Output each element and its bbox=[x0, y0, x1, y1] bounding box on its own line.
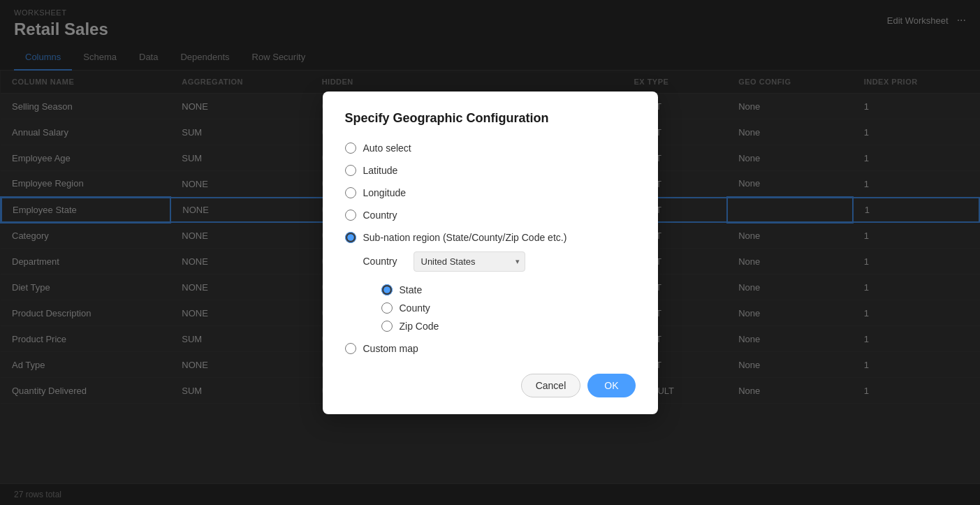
radio-zip-code[interactable] bbox=[381, 321, 393, 332]
option-latitude[interactable]: Latitude bbox=[345, 165, 636, 176]
country-row: Country United States Canada United King… bbox=[363, 251, 636, 272]
modal-title: Specify Geographic Configuration bbox=[345, 111, 636, 126]
option-country[interactable]: Country bbox=[345, 210, 636, 221]
country-label: Country bbox=[363, 256, 405, 267]
geo-config-modal: Specify Geographic Configuration Auto se… bbox=[323, 92, 658, 414]
label-longitude: Longitude bbox=[363, 187, 407, 198]
radio-country[interactable] bbox=[345, 210, 356, 221]
subnation-section: Country United States Canada United King… bbox=[363, 251, 636, 332]
radio-subnation[interactable] bbox=[345, 232, 356, 243]
country-select-wrapper: United States Canada United Kingdom Aust… bbox=[414, 251, 525, 272]
modal-footer: Cancel OK bbox=[345, 374, 636, 397]
subnation-radios: State County Zip Code bbox=[381, 284, 636, 332]
option-auto-select[interactable]: Auto select bbox=[345, 142, 636, 154]
label-custom-map: Custom map bbox=[363, 343, 418, 354]
ok-button[interactable]: OK bbox=[587, 374, 635, 397]
label-latitude: Latitude bbox=[363, 165, 398, 176]
option-county[interactable]: County bbox=[381, 302, 636, 314]
option-custom-map[interactable]: Custom map bbox=[345, 343, 636, 354]
label-auto-select: Auto select bbox=[363, 142, 411, 154]
radio-longitude[interactable] bbox=[345, 187, 356, 198]
option-zip-code[interactable]: Zip Code bbox=[381, 321, 636, 332]
radio-custom-map[interactable] bbox=[345, 343, 356, 354]
option-subnation-container: Sub-nation region (State/County/Zip Code… bbox=[345, 232, 636, 332]
label-subnation: Sub-nation region (State/County/Zip Code… bbox=[363, 232, 567, 243]
country-select[interactable]: United States Canada United Kingdom Aust… bbox=[414, 251, 525, 272]
label-county: County bbox=[400, 302, 430, 314]
cancel-button[interactable]: Cancel bbox=[521, 374, 581, 397]
option-longitude[interactable]: Longitude bbox=[345, 187, 636, 198]
geo-options-group: Auto select Latitude Longitude Country bbox=[345, 142, 636, 354]
label-zip-code: Zip Code bbox=[400, 321, 439, 332]
label-state: State bbox=[400, 284, 423, 295]
radio-state[interactable] bbox=[381, 284, 393, 295]
modal-overlay: Specify Geographic Configuration Auto se… bbox=[0, 0, 980, 505]
label-country: Country bbox=[363, 210, 397, 221]
radio-auto-select[interactable] bbox=[345, 142, 356, 154]
option-state[interactable]: State bbox=[381, 284, 636, 295]
radio-latitude[interactable] bbox=[345, 165, 356, 176]
option-subnation[interactable]: Sub-nation region (State/County/Zip Code… bbox=[345, 232, 636, 243]
radio-county[interactable] bbox=[381, 302, 393, 314]
